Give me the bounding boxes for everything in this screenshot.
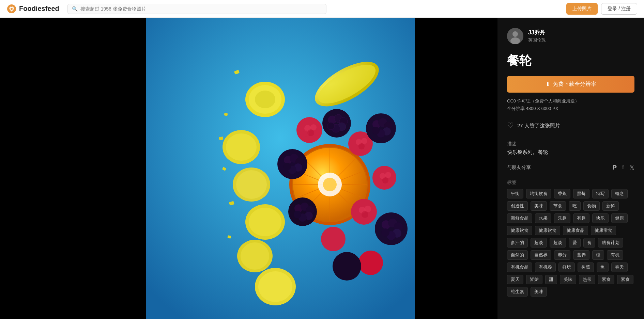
tag-item[interactable]: 有趣	[573, 213, 589, 223]
tag-item[interactable]: 食物	[583, 201, 600, 211]
tag-item[interactable]: 新鲜食品	[507, 213, 532, 223]
svg-point-61	[327, 122, 335, 130]
svg-point-92	[512, 31, 518, 37]
tag-item[interactable]: 夏天	[507, 275, 523, 284]
svg-point-29	[258, 271, 292, 302]
tag-item[interactable]: 超淡	[550, 238, 566, 248]
share-icons: 𝗣 f 𝕏	[612, 164, 634, 171]
tag-item[interactable]: 橙	[592, 250, 604, 260]
tag-item[interactable]: 鱼	[597, 262, 609, 272]
tag-item[interactable]: 吃	[569, 201, 581, 211]
tag-item[interactable]: 膳食计划	[598, 238, 623, 248]
tag-item[interactable]: 概念	[611, 189, 628, 198]
svg-point-40	[303, 130, 309, 137]
tags-label: 标签	[507, 179, 634, 186]
tag-item[interactable]: 健康饮食	[535, 226, 560, 235]
tag-item[interactable]: 树莓	[578, 262, 594, 272]
author-section: JJ乔丹 英国伦敦	[507, 28, 634, 44]
tag-item[interactable]: 有机食品	[507, 262, 532, 272]
svg-point-23	[236, 170, 267, 199]
likes-text: 27 人赞了这张照片	[517, 123, 560, 129]
tag-item[interactable]: 美味	[560, 275, 576, 284]
tags-container: 平衡均衡饮食香蕉黑莓特写概念创造性美味节食吃食物新鲜新鲜食品水果乐趣有趣快乐健康…	[507, 189, 634, 297]
tag-item[interactable]: 节食	[550, 201, 566, 211]
tag-item[interactable]: 水果	[535, 213, 551, 223]
tag-item[interactable]: 爱	[569, 238, 581, 248]
svg-point-84	[277, 149, 307, 179]
tag-item[interactable]: 素食	[598, 275, 614, 284]
photo-title: 餐轮	[507, 52, 634, 69]
tag-item[interactable]: 美味	[531, 201, 547, 211]
tag-item[interactable]: 维生素	[507, 287, 528, 297]
svg-point-53	[321, 227, 346, 251]
svg-point-82	[381, 228, 389, 237]
tag-item[interactable]: 皆妒	[526, 275, 542, 284]
tag-item[interactable]: 营养	[573, 250, 589, 260]
tag-item[interactable]: 平衡	[507, 189, 523, 198]
tag-item[interactable]: 创造性	[507, 201, 528, 211]
heart-icon[interactable]: ♡	[507, 121, 514, 130]
description-section: 描述 快乐餐系列。餐轮	[507, 141, 634, 156]
license-section: CC0 许可证（免费个人和商业用途） 全分辨率 4800 X 6000 PX	[507, 98, 634, 112]
svg-point-19	[255, 91, 275, 108]
tag-item[interactable]: 黑莓	[573, 189, 589, 198]
tag-item[interactable]: 健康	[611, 213, 628, 223]
svg-point-76	[375, 212, 408, 245]
header: Foodiesfeed 🔍 上传照片 登录 / 注册	[0, 0, 644, 18]
tag-item[interactable]: 快乐	[592, 213, 609, 223]
tag-item[interactable]: 特写	[592, 189, 609, 198]
left-panel	[0, 18, 63, 319]
tag-item[interactable]: 健康零食	[591, 226, 616, 235]
facebook-icon[interactable]: f	[622, 164, 624, 171]
tag-item[interactable]: 多汁的	[507, 238, 528, 248]
author-name[interactable]: JJ乔丹	[528, 29, 546, 36]
author-info: JJ乔丹 英国伦敦	[528, 29, 546, 43]
main-image	[146, 18, 415, 319]
twitter-icon[interactable]: 𝕏	[629, 164, 634, 171]
tag-item[interactable]: 美味	[531, 287, 547, 297]
tag-item[interactable]: 好玩	[558, 262, 575, 272]
svg-point-90	[283, 163, 291, 170]
logo-text: Foodiesfeed	[19, 5, 59, 13]
svg-point-1	[11, 8, 13, 10]
description-label: 描述	[507, 141, 634, 147]
tag-item[interactable]: 食	[583, 238, 595, 248]
tag-item[interactable]: 养分	[554, 250, 570, 260]
download-label: 免费下载全分辨率	[553, 81, 596, 88]
avatar	[507, 28, 523, 44]
image-panel	[63, 18, 497, 319]
svg-point-68	[372, 127, 380, 134]
tag-item[interactable]: 新鲜	[602, 201, 619, 211]
author-location: 英国伦敦	[528, 37, 546, 43]
logo-link[interactable]: Foodiesfeed	[7, 4, 59, 14]
tag-item[interactable]: 健康饮食	[507, 226, 532, 235]
tag-item[interactable]: 春天	[611, 262, 628, 272]
svg-point-54	[358, 251, 383, 275]
avatar-image	[507, 28, 523, 44]
tag-item[interactable]: 超淡	[531, 238, 547, 248]
svg-point-75	[294, 211, 301, 218]
search-input[interactable]	[80, 6, 322, 12]
upload-button[interactable]: 上传照片	[566, 3, 598, 15]
tag-item[interactable]: 健康食品	[563, 226, 588, 235]
tags-section: 标签 平衡均衡饮食香蕉黑莓特写概念创造性美味节食吃食物新鲜新鲜食品水果乐趣有趣快…	[507, 179, 634, 297]
logo-icon	[7, 4, 16, 14]
tag-item[interactable]: 有机餐	[535, 262, 556, 272]
pinterest-icon[interactable]: 𝗣	[612, 164, 617, 171]
tag-item[interactable]: 均衡饮食	[526, 189, 551, 198]
tag-item[interactable]: 甜	[545, 275, 557, 284]
tag-item[interactable]: 有机	[607, 250, 623, 260]
tag-item[interactable]: 素食	[617, 275, 633, 284]
svg-point-43	[361, 138, 367, 144]
login-button[interactable]: 登录 / 注册	[601, 3, 637, 15]
share-section: 与朋友分享 𝗣 f 𝕏	[507, 164, 634, 171]
tag-item[interactable]: 乐趣	[554, 213, 570, 223]
svg-point-27	[241, 242, 269, 270]
download-button[interactable]: ⬇ 免费下载全分辨率	[507, 76, 634, 93]
tag-item[interactable]: 香蕉	[554, 189, 570, 198]
search-bar: 🔍	[67, 4, 326, 14]
svg-point-21	[226, 133, 257, 161]
tag-item[interactable]: 热带	[579, 275, 595, 284]
tag-item[interactable]: 自然的	[507, 250, 528, 260]
tag-item[interactable]: 自然界	[531, 250, 551, 260]
